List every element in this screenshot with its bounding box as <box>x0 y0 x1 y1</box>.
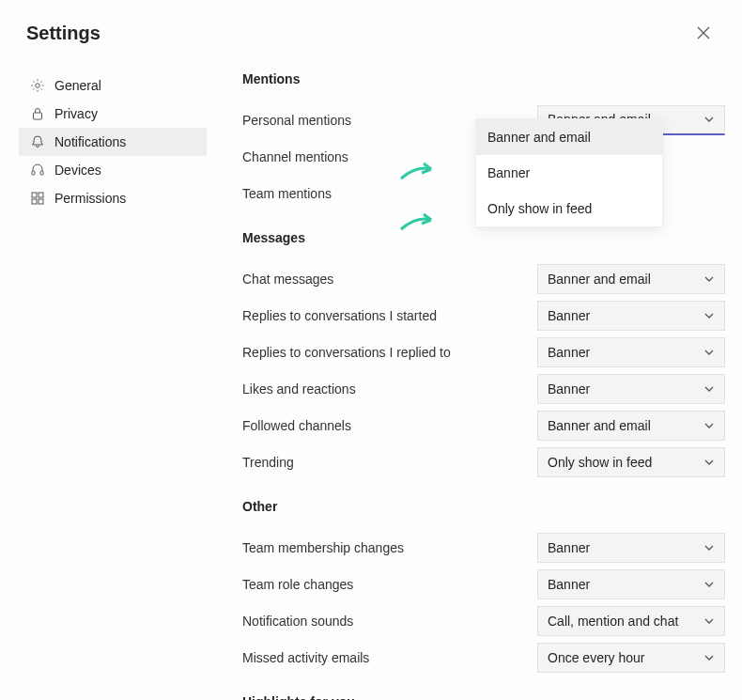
section-title-mentions: Mentions <box>242 71 725 86</box>
gear-icon <box>30 78 45 93</box>
section-title-other: Other <box>242 499 725 514</box>
sidebar-item-label: Notifications <box>54 134 126 149</box>
row-label: Personal mentions <box>242 113 351 128</box>
svg-rect-2 <box>32 171 35 175</box>
row-label: Likes and reactions <box>242 381 356 397</box>
sidebar-item-label: Permissions <box>54 191 126 206</box>
main-panel: Mentions Personal mentions Banner and em… <box>207 62 725 700</box>
dropdown-option-only-show-in-feed[interactable]: Only show in feed <box>476 191 662 226</box>
select-value: Banner and email <box>548 272 651 287</box>
select-notification-sounds[interactable]: Call, mention and chat <box>537 606 725 636</box>
select-value: Call, mention and chat <box>548 614 678 629</box>
sidebar-item-notifications[interactable]: Notifications <box>19 128 207 156</box>
select-chat-messages[interactable]: Banner and email <box>537 264 725 294</box>
select-value: Banner <box>548 308 590 323</box>
select-team-membership-changes[interactable]: Banner <box>537 533 725 563</box>
row-label: Replies to conversations I replied to <box>242 345 451 360</box>
chevron-down-icon <box>703 383 715 395</box>
select-team-role-changes[interactable]: Banner <box>537 569 725 599</box>
chevron-down-icon <box>703 310 715 321</box>
select-value: Once every hour <box>548 650 645 665</box>
chevron-down-icon <box>703 347 715 358</box>
chevron-down-icon <box>703 615 715 627</box>
sidebar-item-privacy[interactable]: Privacy <box>19 100 207 128</box>
select-value: Banner <box>548 345 590 360</box>
select-replies-replied[interactable]: Banner <box>537 337 725 367</box>
select-likes-reactions[interactable]: Banner <box>537 374 725 404</box>
select-value: Banner and email <box>548 418 651 433</box>
row-label: Followed channels <box>242 418 351 433</box>
chevron-down-icon <box>703 579 715 590</box>
dropdown-menu[interactable]: Banner and email Banner Only show in fee… <box>475 118 663 227</box>
row-label: Channel mentions <box>242 149 348 164</box>
chevron-down-icon <box>703 652 715 663</box>
sidebar-item-label: General <box>54 78 101 93</box>
section-title-highlights: Highlights for you <box>242 694 725 700</box>
svg-rect-6 <box>32 199 37 204</box>
chevron-down-icon <box>703 457 715 468</box>
sidebar-item-label: Privacy <box>54 106 98 121</box>
select-replies-started[interactable]: Banner <box>537 301 725 331</box>
bell-icon <box>30 134 45 149</box>
svg-rect-7 <box>39 199 43 204</box>
row-label: Trending <box>242 455 294 470</box>
select-value: Only show in feed <box>548 455 652 470</box>
row-label: Replies to conversations I started <box>242 308 437 323</box>
page-title: Settings <box>26 23 100 44</box>
sidebar-item-devices[interactable]: Devices <box>19 156 207 184</box>
svg-rect-5 <box>39 193 43 197</box>
select-followed-channels[interactable]: Banner and email <box>537 411 725 441</box>
lock-icon <box>30 106 45 121</box>
svg-rect-1 <box>34 113 42 119</box>
row-label: Missed activity emails <box>242 650 369 665</box>
sidebar-item-label: Devices <box>54 163 101 178</box>
row-label: Team mentions <box>242 186 332 201</box>
dropdown-option-banner-and-email[interactable]: Banner and email <box>476 119 662 155</box>
row-label: Team membership changes <box>242 540 404 555</box>
select-value: Banner <box>548 577 590 592</box>
apps-icon <box>30 191 45 206</box>
svg-rect-4 <box>32 193 37 197</box>
chevron-down-icon <box>703 114 715 125</box>
row-label: Team role changes <box>242 577 353 592</box>
row-label: Notification sounds <box>242 614 353 629</box>
svg-rect-3 <box>40 171 43 175</box>
close-button[interactable] <box>691 21 716 45</box>
select-value: Banner <box>548 381 590 397</box>
select-value: Banner <box>548 540 590 555</box>
dropdown-option-banner[interactable]: Banner <box>476 155 662 191</box>
chevron-down-icon <box>703 273 715 285</box>
select-trending[interactable]: Only show in feed <box>537 447 725 477</box>
svg-point-0 <box>36 84 39 87</box>
select-missed-activity-emails[interactable]: Once every hour <box>537 643 725 673</box>
chevron-down-icon <box>703 420 715 431</box>
sidebar-item-permissions[interactable]: Permissions <box>19 184 207 212</box>
headset-icon <box>30 163 45 178</box>
sidebar-item-general[interactable]: General <box>19 71 207 100</box>
chevron-down-icon <box>703 542 715 553</box>
section-title-messages: Messages <box>242 230 725 245</box>
row-label: Chat messages <box>242 272 333 287</box>
sidebar: General Privacy Notifications Devices Pe <box>19 62 207 700</box>
close-icon <box>697 26 710 39</box>
